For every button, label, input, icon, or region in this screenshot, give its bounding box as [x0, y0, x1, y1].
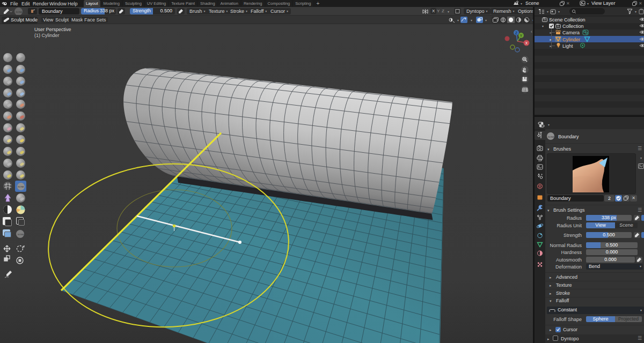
svg-text:(1) Cylinder: (1) Cylinder	[34, 33, 60, 38]
svg-text:User Perspective: User Perspective	[34, 27, 71, 32]
svg-text:X: X	[525, 41, 528, 45]
svg-text:Z: Z	[515, 31, 517, 35]
svg-text:‹: ‹	[531, 29, 532, 34]
svg-text:Y: Y	[520, 34, 523, 38]
